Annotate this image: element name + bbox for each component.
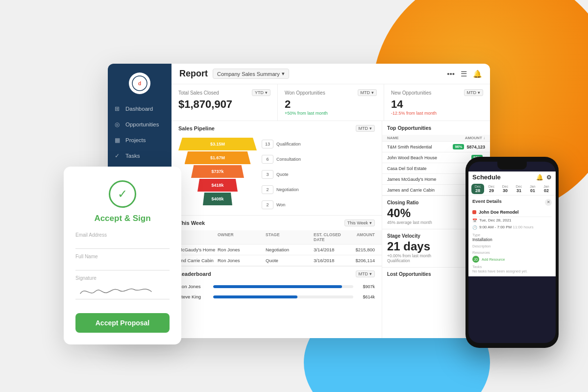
event-panel-close[interactable]: ✕ (545, 199, 552, 206)
fullname-input[interactable] (75, 260, 170, 270)
table-header-row: OWNER STAGE EST. CLOSED DATE AMOUNT (172, 230, 382, 245)
funnel-tier-negotiation: $418k (197, 179, 238, 192)
clock-icon: 🕐 (472, 225, 477, 230)
leader-bar-bg-1 (213, 295, 353, 298)
left-panel: Sales Pipeline MTD ▾ $3.15M $1.67M $737k… (172, 121, 382, 338)
phone-notch (497, 162, 527, 170)
metric-period-ytd[interactable]: YTD ▾ (252, 89, 270, 96)
signature-svg (75, 283, 164, 298)
funnel-row-1: 6 Consultation (262, 153, 375, 166)
cal-day-28[interactable]: Dec 28 (471, 184, 484, 194)
funnel-chart: $3.15M $1.67M $737k $418k $408k (178, 138, 257, 205)
email-field-container: Email Address (75, 232, 170, 249)
projects-icon: ▦ (115, 137, 122, 144)
cal-day-30[interactable]: Dec 30 (499, 184, 512, 194)
leader-bar-bg-0 (213, 285, 353, 288)
phone-screen: Schedule 🔔 ⚙ Dec 28 Dec 29 Dec 30 Dec 31 (468, 162, 556, 343)
phone-settings-icon[interactable]: ⚙ (546, 174, 552, 181)
signature-area[interactable] (75, 282, 170, 299)
phone-header: Schedule 🔔 ⚙ (468, 172, 556, 183)
cal-day-01[interactable]: Jan 01 (526, 184, 539, 194)
fullname-field-container: Full Name (75, 254, 170, 270)
resource-avatar: JD (472, 256, 479, 263)
opp-cols: NAME AMOUNT ↓ (382, 135, 490, 142)
main-content: Report Company Sales Summary ▾ ••• ☰ 🔔 T… (172, 64, 490, 338)
metric-period-mtd-won[interactable]: MTD ▾ (358, 89, 377, 96)
metric-total-sales: Total Sales Closed YTD ▾ $1,870,907 (172, 84, 278, 121)
metric-period-mtd-new[interactable]: MTD ▾ (464, 89, 484, 96)
leader-row-1: Steve King $614k (172, 292, 382, 302)
funnel-row-3: 2 Negotiation (262, 183, 375, 196)
phone-bell-icon[interactable]: 🔔 (536, 174, 543, 181)
event-panel: Event Details ✕ John Doe Remodel 📅 Tue, … (468, 196, 556, 276)
funnel-meta: 13 Qualification 6 Consultation 3 Quote (262, 138, 375, 211)
sidebar-item-dashboard[interactable]: ⊞ Dashboard (108, 101, 172, 117)
metric-won-opps: Won Opportunities MTD ▾ 2 +50% from last… (278, 84, 384, 121)
top-bar-icons: ••• ☰ 🔔 (447, 70, 482, 78)
notifications-icon[interactable]: 🔔 (473, 70, 482, 78)
sign-check-circle: ✓ (109, 180, 136, 208)
leader-bar-fill-1 (213, 295, 297, 298)
event-date-row: 📅 Tue, Dec 28, 2021 (472, 217, 552, 224)
cal-day-02[interactable]: Jan 02 (540, 184, 553, 194)
page-title: Report (179, 69, 208, 79)
table-header: This Week This Week ▾ (172, 216, 382, 230)
sidebar-item-opportunities[interactable]: ◎ Opportunities (108, 117, 172, 132)
opp-header: Top Opportunities (382, 121, 490, 135)
leaderboard-period-dropdown[interactable]: MTD ▾ (356, 270, 375, 277)
pipeline-header: Sales Pipeline MTD ▾ (172, 121, 382, 136)
more-icon[interactable]: ••• (447, 70, 455, 78)
svg-text:d: d (138, 81, 141, 86)
signature-field-container: Signature (75, 275, 170, 304)
table-section: This Week This Week ▾ OWNER STAGE EST. C… (172, 215, 382, 266)
pipeline-period-dropdown[interactable]: MTD ▾ (356, 125, 375, 132)
funnel-tier-quote: $737k (191, 165, 244, 178)
email-input[interactable] (75, 239, 170, 249)
table-row-1: and Carrie Cabin Ron Jones Quote 3/16/20… (172, 255, 382, 266)
table-row-0: McGaudy's Home Ron Jones Negotiation 3/1… (172, 245, 382, 255)
phone-calendar-strip: Dec 28 Dec 29 Dec 30 Dec 31 Jan 01 Jan 0… (468, 183, 556, 196)
event-resources-section: Resources JD Add Resource (472, 250, 552, 263)
funnel-row-2: 3 Quote (262, 168, 375, 181)
event-item: John Doe Remodel (472, 208, 552, 217)
cal-day-31[interactable]: Dec 31 (513, 184, 525, 194)
logo-circle: d (129, 73, 150, 94)
event-type-section: Type Installation (472, 233, 552, 242)
event-description-section: Description (472, 244, 552, 248)
top-bar: Report Company Sales Summary ▾ ••• ☰ 🔔 (172, 64, 490, 84)
event-tasks-section: Tasks No tasks have been assigned yet. (472, 265, 552, 273)
tasks-icon: ✓ (115, 152, 122, 159)
table-period-dropdown[interactable]: This Week ▾ (344, 220, 375, 226)
leaderboard-section: Leaderboard MTD ▾ Ron Jones $907k (172, 266, 382, 302)
leaderboard-header: Leaderboard MTD ▾ (172, 267, 382, 281)
funnel-container: $3.15M $1.67M $737k $418k $408k 13 Quali… (172, 136, 382, 215)
sign-card: ✓ Accept & Sign Email Address Full Name … (64, 167, 181, 344)
funnel-count-4: 2 (262, 200, 273, 209)
accept-proposal-button[interactable]: Accept Proposal (75, 313, 170, 333)
funnel-count-0: 13 (262, 140, 273, 148)
list-view-icon[interactable]: ☰ (461, 70, 467, 78)
phone-frame: Schedule 🔔 ⚙ Dec 28 Dec 29 Dec 30 Dec 31 (466, 157, 559, 348)
calendar-icon: 📅 (472, 219, 477, 223)
sign-title: Accept & Sign (94, 214, 150, 223)
leader-bar-fill-0 (213, 285, 342, 288)
sidebar-logo: d (108, 64, 172, 101)
funnel-count-1: 6 (262, 155, 273, 164)
opp-row-0: T&M Smith Residential 96% $874,123 (382, 142, 490, 152)
cal-day-29[interactable]: Dec 29 (485, 184, 498, 194)
metric-new-opps: New Opportunities MTD ▾ 14 -12.5% from l… (384, 84, 490, 121)
event-dot (472, 210, 476, 214)
metrics-row: Total Sales Closed YTD ▾ $1,870,907 Won … (172, 84, 490, 121)
event-time-row: 🕐 9:00 AM - 7:00 PM 11:00 hours (472, 224, 552, 231)
funnel-tier-won: $408k (203, 193, 232, 205)
add-resource-link[interactable]: Add Resource (482, 257, 505, 262)
funnel-count-3: 2 (262, 185, 273, 194)
leader-row-0: Ron Jones $907k (172, 281, 382, 292)
sidebar-item-tasks[interactable]: ✓ Tasks (108, 148, 172, 164)
funnel-row-0: 13 Qualification (262, 138, 375, 150)
opportunities-icon: ◎ (115, 121, 122, 128)
report-dropdown[interactable]: Company Sales Summary ▾ (213, 69, 289, 79)
sidebar-item-projects[interactable]: ▦ Projects (108, 132, 172, 148)
funnel-count-2: 3 (262, 170, 273, 179)
funnel-tier-qualification: $3.15M (178, 138, 257, 150)
